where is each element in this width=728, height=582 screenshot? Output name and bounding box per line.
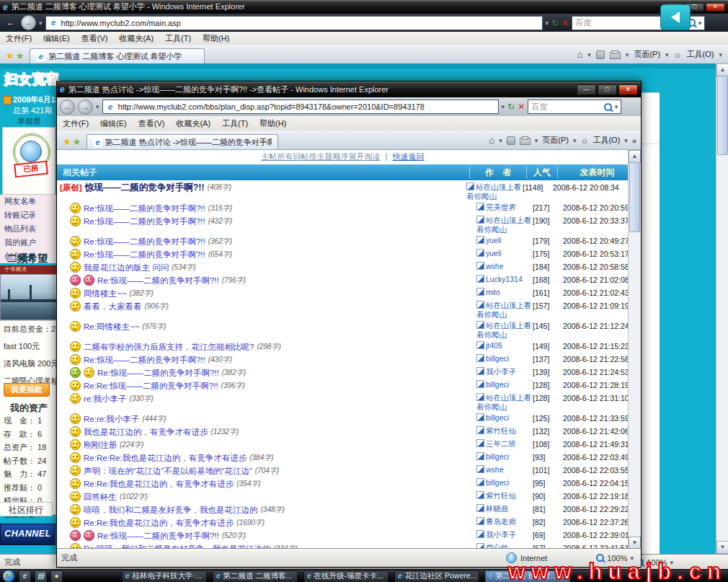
post-title-link[interactable]: Re:Re:Re:我也是花江边的，有竞争才有进步 (84, 453, 247, 463)
home-dropdown-icon[interactable]: ▾ (499, 137, 502, 144)
post-title-link[interactable]: re:我小李子 (84, 394, 126, 404)
tools-menu-button[interactable]: 工具(O) (687, 49, 714, 60)
scroll-thumb[interactable] (629, 162, 640, 232)
home-icon[interactable]: ⌂ (489, 135, 494, 146)
search-box[interactable]: 百度 ▾ (528, 100, 621, 114)
post-title-link[interactable]: 看看，大家看看 (84, 301, 142, 312)
post-title-link[interactable]: Re:惊现——二频的竞争对手啊?!! (84, 250, 205, 260)
donate-button[interactable]: 我要捐款 (4, 383, 50, 397)
forward-button[interactable]: → (21, 15, 36, 30)
stop-icon[interactable]: ✕ (561, 18, 569, 28)
quicklaunch-desktop-icon[interactable]: ▤ (35, 570, 47, 582)
menu-item[interactable]: 帮助(H) (259, 118, 286, 129)
author-link[interactable]: 紫竹狂仙 (486, 426, 516, 435)
author-link[interactable]: 我小李子 (486, 530, 516, 539)
tab-thread[interactable]: e 第二频道 热点讨论 ->惊现——二频的竞争对手啊... (86, 134, 278, 149)
stop-icon[interactable]: ✕ (518, 102, 525, 112)
search-icon[interactable] (604, 103, 612, 111)
post-title-link[interactable]: Re:Re:我也是花江边的，有竞争才有进步 (84, 479, 234, 489)
post-title-link[interactable]: Re:re:我小李子 (84, 414, 139, 424)
scroll-up-arrow[interactable]: ▲ (629, 150, 641, 163)
author-link[interactable]: yueli (486, 249, 502, 257)
quick-return-link[interactable]: 快速返回 (392, 152, 424, 161)
sidebar-link[interactable]: 物品列表 (4, 224, 61, 234)
favorites-star-icon[interactable]: ★ (6, 51, 14, 61)
post-title-link[interactable]: Re:惊现——二频的竞争对手啊?!! (84, 237, 205, 247)
back-button[interactable]: ← (3, 15, 18, 30)
post-title-link[interactable]: Re:惊现——二频的竞争对手啊?!! (84, 216, 205, 226)
author-link[interactable]: wshe (486, 465, 504, 474)
history-dropdown-icon[interactable]: ▾ (96, 103, 99, 110)
author-link[interactable]: wshe (486, 262, 504, 270)
maximize-button[interactable]: □ (598, 84, 617, 95)
author-link[interactable]: billgeci (486, 380, 509, 389)
post-title-link[interactable]: Re:Re:惊现——二频的竞争对手啊?!! (84, 381, 218, 391)
feeds-icon[interactable] (507, 136, 515, 145)
toolbar-overflow-button[interactable]: » (632, 136, 636, 145)
print-dropdown-icon[interactable]: ▾ (535, 137, 538, 144)
author-link[interactable]: 我小李子 (486, 367, 516, 376)
add-favorite-icon[interactable]: ★ (16, 51, 25, 61)
author-link[interactable]: 完美世界 (486, 203, 516, 211)
post-title-link[interactable]: 二频有学校的强力后盾支持，花江怎能相比呢? (84, 342, 254, 352)
post-title-link[interactable]: Re:Re:我也是花江边的，有竞争才有进步 (84, 518, 234, 528)
post-title-link[interactable]: 回答杯生 (84, 492, 117, 502)
feeds-icon[interactable] (596, 50, 605, 59)
author-link[interactable]: billgeci (486, 354, 509, 363)
menu-item[interactable]: 查看(V) (138, 118, 165, 129)
author-link[interactable]: 站在山顶上看着你爬山 (476, 301, 531, 319)
post-title-link[interactable]: 同情楼主~~ (84, 288, 126, 299)
menu-item[interactable]: 文件(F) (6, 33, 32, 44)
home-icon[interactable]: ⌂ (577, 49, 582, 60)
author-link[interactable]: Lucky1314 (486, 275, 523, 283)
quicklaunch-ie-icon[interactable]: e (19, 570, 31, 582)
home-dropdown-icon[interactable]: ▾ (587, 51, 591, 58)
menu-item[interactable]: 工具(T) (165, 33, 191, 44)
author-link[interactable]: billgeci (486, 478, 509, 487)
address-bar[interactable]: e http://www.myclub2.com/bbs/plan_disp.a… (102, 100, 499, 114)
start-button[interactable] (2, 570, 15, 582)
post-title-link[interactable]: Re:惊现——二频的竞争对手啊?!! (84, 203, 205, 213)
taskbar-window-button[interactable]: e 第二频道 二频博客... (213, 570, 298, 582)
author-link[interactable]: 青岛老师 (486, 517, 516, 526)
post-title-link[interactable]: 刚刚注册 (84, 440, 117, 450)
favorites-star-icon[interactable]: ★ (63, 137, 71, 146)
post-title-link[interactable]: 嘻嘻，我们和二频是友好竞争，我也是花江边的 (84, 505, 258, 515)
post-title-link[interactable]: 声明：现在的“花江边”不是以前基地的“花江边” (84, 466, 252, 476)
back-button[interactable]: ← (60, 100, 75, 115)
address-bar[interactable]: e http://www.myclub2.com/main.asp (45, 16, 543, 30)
address-dropdown-icon[interactable]: ▾ (546, 19, 549, 27)
taskbar-window-button[interactable]: e 桂林电子科技大学·... (122, 570, 207, 582)
author-link[interactable]: 站在山顶上看着你爬山 (476, 321, 531, 339)
page-menu-button[interactable]: 页面(P) (634, 49, 660, 60)
sidebar-link[interactable]: 我的账户 (4, 237, 61, 248)
search-dropdown-icon[interactable]: ▾ (615, 103, 618, 110)
menu-item[interactable]: 编辑(E) (43, 33, 70, 44)
post-title-link[interactable]: 惊现——二频的竞争对手啊?!! (85, 182, 205, 193)
address-dropdown-icon[interactable]: ▾ (502, 103, 505, 110)
post-title-link[interactable]: Re:惊现——二频的竞争对手啊?!! (97, 275, 219, 286)
scroll-thumb[interactable] (717, 76, 728, 155)
menu-item[interactable]: 文件(F) (63, 118, 89, 129)
taskbar-window-button[interactable]: e 花江边社区 Powere... (394, 570, 479, 582)
author-link[interactable]: mito (486, 288, 500, 296)
refresh-icon[interactable]: ↻ (551, 18, 559, 28)
sidebar-link[interactable]: 转账记录 (4, 210, 61, 221)
author-link[interactable]: 三年二班 (486, 439, 516, 448)
menu-item[interactable]: 收藏夹(A) (119, 33, 154, 44)
minimize-button[interactable]: — (577, 84, 596, 95)
post-title-link[interactable]: Re:惊现——二频的竞争对手啊?!! (97, 531, 219, 541)
author-link[interactable]: 林晓曲 (486, 504, 509, 513)
menu-item[interactable]: 收藏夹(A) (176, 118, 210, 129)
add-favorite-icon[interactable]: ★ (73, 137, 81, 146)
post-title-link[interactable]: 我也是花江边的，有竞争才有进步 (84, 427, 208, 437)
author-link[interactable]: 站在山顶上看着你爬山 (466, 182, 521, 200)
menu-item[interactable]: 工具(T) (222, 118, 248, 129)
expand-all-link[interactable]: 主帖所有回帖按主题顺序展开阅读 (262, 152, 381, 161)
main-scrollbar[interactable]: ▲ ▼ (716, 63, 728, 554)
menu-item[interactable]: 帮助(H) (203, 33, 229, 44)
print-icon[interactable] (520, 138, 531, 145)
close-button[interactable]: × (706, 3, 725, 12)
taskbar-window-button[interactable]: e 在线升级-瑞星卡卡... (303, 570, 389, 582)
page-menu-button[interactable]: 页面(P) (542, 135, 569, 146)
